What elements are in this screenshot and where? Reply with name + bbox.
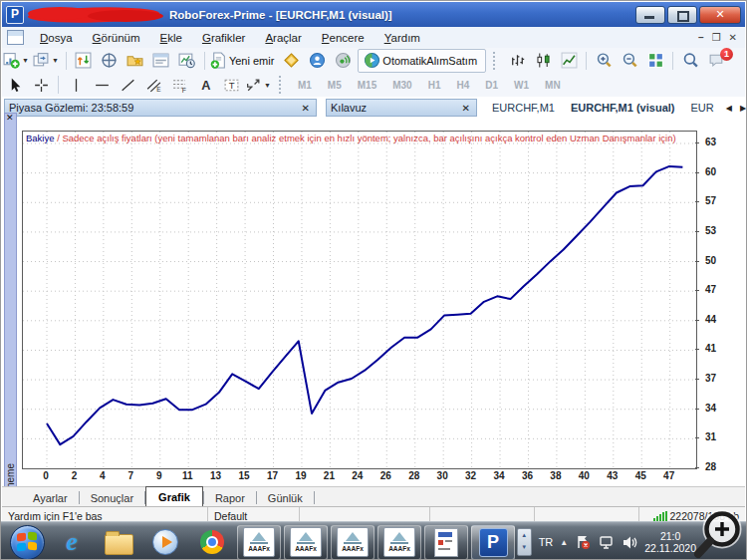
metaeditor-button[interactable] xyxy=(278,50,304,72)
minimize-button[interactable] xyxy=(635,6,665,24)
tab-scroll-left-icon[interactable]: ◀ xyxy=(722,104,736,113)
new-order-button[interactable]: Yeni emir xyxy=(209,50,278,72)
profiles-button[interactable]: ▼ xyxy=(32,50,62,72)
shapes-button[interactable]: ▼ xyxy=(244,74,274,96)
x-tick-label: 2 xyxy=(72,470,78,481)
y-tick-label: 41 xyxy=(705,343,716,354)
aaafx-terminal-1-button[interactable]: AAAFx xyxy=(237,525,281,560)
internet-explorer-button[interactable]: e xyxy=(50,525,94,560)
magnifier-overlay-icon xyxy=(690,507,747,560)
new-chart-icon xyxy=(3,52,20,69)
timeframes-toolbar: M1M5M15M30H1H4D1W1MN xyxy=(290,76,569,95)
show-hidden-icons-icon[interactable]: ▲ xyxy=(560,538,568,547)
menu-grafikler[interactable]: Grafikler xyxy=(192,29,255,47)
network-icon[interactable] xyxy=(598,535,615,550)
label-button[interactable]: T xyxy=(218,74,244,96)
timeframe-d1[interactable]: D1 xyxy=(477,76,506,95)
fibonacci-button[interactable]: F xyxy=(166,74,192,96)
media-player-button[interactable] xyxy=(143,525,187,560)
chart-tab-2[interactable]: EURCHF,M1 (visual) xyxy=(563,100,683,116)
aaafx-terminal-2-button[interactable]: AAAFx xyxy=(284,525,328,560)
maximize-button[interactable] xyxy=(667,6,697,24)
tester-tab-gnlk[interactable]: Günlük xyxy=(257,489,314,507)
new-chart-button[interactable]: ▼ xyxy=(2,50,32,72)
close-button[interactable]: ✕ xyxy=(699,6,741,24)
dropdown-caret-icon[interactable]: ▼ xyxy=(52,57,59,64)
zoom-out-button[interactable] xyxy=(617,50,642,72)
crosshair-button[interactable] xyxy=(28,74,54,96)
language-indicator[interactable]: TR xyxy=(539,536,554,548)
guide-close-icon[interactable]: ✕ xyxy=(460,103,472,114)
taskbar-clock[interactable]: 21:0 22.11.2020 xyxy=(644,530,696,554)
child-minimize-button[interactable]: – xyxy=(698,32,704,43)
community-button[interactable] xyxy=(304,50,330,72)
timeframe-mn[interactable]: MN xyxy=(537,76,569,95)
tile-windows-button[interactable] xyxy=(642,50,668,72)
candlestick-chart-button[interactable] xyxy=(530,50,556,72)
terminal-button[interactable] xyxy=(148,50,174,72)
tab-scroll-right-icon[interactable]: ▶ xyxy=(736,104,747,113)
timeframe-m5[interactable]: M5 xyxy=(320,76,350,95)
menu-grnm[interactable]: Görünüm xyxy=(83,29,150,47)
dropdown-caret-icon[interactable]: ▼ xyxy=(22,57,29,64)
search-button[interactable] xyxy=(677,50,703,72)
aaafx-terminal-3-button[interactable]: AAAFx xyxy=(331,525,374,560)
chart-tab-3[interactable]: EUR xyxy=(682,100,721,116)
chart-tab-1[interactable]: EURCHF,M1 xyxy=(484,100,563,116)
menu-ekle[interactable]: Ekle xyxy=(150,29,192,47)
trendline-button[interactable] xyxy=(115,74,140,96)
market-watch-header[interactable]: Piyasa Gözlemi: 23:58:59 ✕ xyxy=(4,99,317,117)
timeframe-m15[interactable]: M15 xyxy=(350,76,384,95)
tester-tab-rapor[interactable]: Rapor xyxy=(204,489,256,507)
timeframe-m1[interactable]: M1 xyxy=(290,76,320,95)
zoom-in-button[interactable] xyxy=(591,50,617,72)
text-icon: A xyxy=(197,77,214,94)
guide-header[interactable]: Kılavuz ✕ xyxy=(326,99,477,117)
timeframe-h4[interactable]: H4 xyxy=(448,76,477,95)
timeframe-m30[interactable]: M30 xyxy=(384,76,419,95)
market-watch-close-icon[interactable]: ✕ xyxy=(300,103,312,114)
tester-panel-collapsed[interactable]: ✕ Deneme xyxy=(4,113,17,504)
bar-chart-button[interactable] xyxy=(504,50,530,72)
menu-yardm[interactable]: Yardım xyxy=(374,29,430,47)
notifications-button[interactable]: 1 xyxy=(703,50,729,72)
roboforex-terminal-button[interactable]: P xyxy=(471,525,515,560)
signals-button[interactable] xyxy=(330,50,356,72)
balance-chart-plot[interactable]: Bakiye / Sadece açılış fiyatları (yeni t… xyxy=(22,131,697,469)
child-restore-button[interactable]: ❐ xyxy=(712,32,721,43)
data-window-button[interactable] xyxy=(97,50,123,72)
dropdown-caret-icon[interactable]: ▼ xyxy=(264,82,271,89)
channel-button[interactable]: E xyxy=(140,74,166,96)
horizontal-line-button[interactable] xyxy=(89,74,115,96)
chart-annotation: Bakiye / Sadece açılış fiyatları (yeni t… xyxy=(26,133,691,143)
tester-tab-ayarlar[interactable]: Ayarlar xyxy=(22,489,79,507)
tester-close-icon[interactable]: ✕ xyxy=(6,113,14,123)
menu-dosya[interactable]: Dosya xyxy=(30,29,83,47)
cursor-button[interactable] xyxy=(2,74,28,96)
text-button[interactable]: A xyxy=(192,74,218,96)
vertical-line-button[interactable] xyxy=(63,74,89,96)
child-close-button[interactable]: ✕ xyxy=(729,32,737,43)
chrome-button[interactable] xyxy=(190,525,234,560)
timeframe-w1[interactable]: W1 xyxy=(506,76,537,95)
aaafx-terminal-4-button[interactable]: AAAFx xyxy=(377,525,421,560)
file-explorer-button[interactable] xyxy=(97,525,140,560)
toolbar-separator xyxy=(66,52,67,70)
tester-tab-sonular[interactable]: Sonuçlar xyxy=(80,489,144,507)
market-watch-button[interactable] xyxy=(71,50,97,72)
tray-scroll-buttons[interactable]: ▲▼ xyxy=(517,528,532,556)
tester-tab-grafik[interactable]: Grafik xyxy=(145,486,203,507)
start-button[interactable] xyxy=(7,524,47,560)
navigator-button[interactable] xyxy=(123,50,148,72)
menu-pencere[interactable]: Pencere xyxy=(312,29,374,47)
report-document-button[interactable] xyxy=(424,525,468,560)
action-center-flag-icon[interactable] xyxy=(575,534,591,550)
timeframe-h1[interactable]: H1 xyxy=(420,76,449,95)
speaker-icon[interactable] xyxy=(622,535,637,550)
strategy-tester-button[interactable] xyxy=(174,50,200,72)
title-bar[interactable]: P RoboForex-Prime - [EURCHF,M1 (visual)]… xyxy=(2,2,745,27)
line-chart-button[interactable] xyxy=(556,50,582,72)
menu-aralar[interactable]: Araçlar xyxy=(255,29,311,47)
autotrading-button[interactable]: OtomatikAlımSatım xyxy=(358,49,486,73)
channel-icon: E xyxy=(145,77,162,94)
